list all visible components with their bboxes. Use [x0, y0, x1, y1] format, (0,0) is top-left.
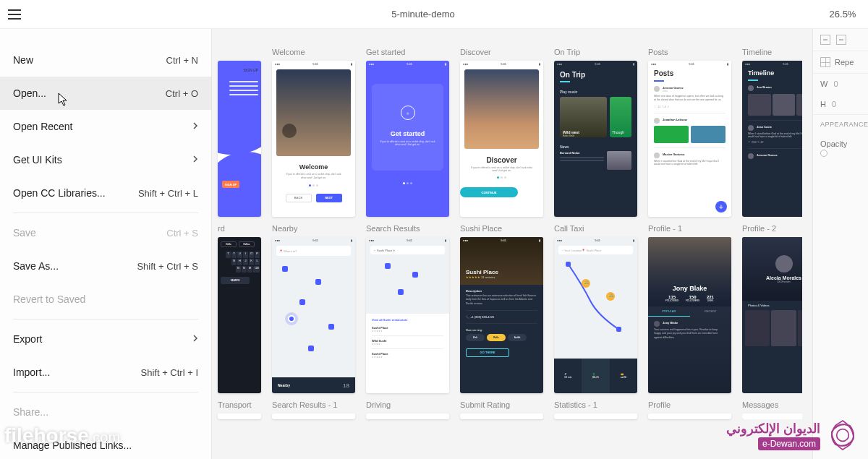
- menu-export[interactable]: Export: [0, 322, 211, 356]
- chevron-right-icon: [192, 154, 198, 166]
- artboard[interactable]: Discover ●●●9:41▮ Discover If you're off…: [460, 43, 543, 217]
- menu-get-ui-kits[interactable]: Get UI Kits: [0, 143, 211, 176]
- menu-save-as[interactable]: Save As... Shift + Ctrl + S: [0, 249, 211, 283]
- artboard-label: On Trip: [554, 48, 637, 58]
- artboard-label: Get started: [366, 48, 449, 58]
- width-field[interactable]: W 0: [813, 74, 868, 94]
- artboard[interactable]: SIGN UP SIGN UP: [218, 43, 261, 217]
- screen-get-started: ●●●9:41▮ ◎ Get started If you're offered…: [366, 61, 449, 217]
- topbar: 5-minute-demo 26.5%: [0, 0, 868, 29]
- document-title: 5-minute-demo: [29, 9, 817, 20]
- artboard-label: Driving: [366, 400, 449, 411]
- menu-label: Get UI Kits: [13, 154, 62, 166]
- height-field[interactable]: H 0: [813, 94, 868, 114]
- screen-posts: ●●●9:41▮ Posts Jerome Gomez2 hrs When on…: [648, 61, 731, 217]
- menu-save: Save Ctrl + S: [0, 216, 211, 249]
- menu-label: Save: [13, 227, 36, 239]
- align-middle-icon[interactable]: [836, 35, 846, 45]
- menu-label: Export: [13, 333, 42, 345]
- screen-on-trip: ●●●9:41▮ On Trip Play music Wild westRob…: [554, 61, 637, 217]
- artboard[interactable]: Get started ●●●9:41▮ ◎ Get started If yo…: [366, 43, 449, 217]
- artboard-label: Messages: [742, 400, 802, 411]
- artboard[interactable]: Sushi Place ●●●9:41▮ Sushi Place ★★★★★ 2…: [460, 220, 543, 393]
- menu-label: Share...: [13, 406, 48, 418]
- edewan-logo-icon: [825, 417, 861, 453]
- artboard[interactable]: Profile - 2 Alecia Morales CEO/Founder P…: [742, 220, 802, 393]
- artboard-label: [218, 48, 261, 58]
- artboard[interactable]: Welcome ●●●9:41▮ Welcome If you're offer…: [272, 43, 355, 217]
- menu-label: Import...: [13, 366, 50, 378]
- menu-shortcut: Shift + Ctrl + L: [138, 188, 198, 199]
- menu-new[interactable]: New Ctrl + N: [0, 43, 211, 77]
- screen-signup: SIGN UP SIGN UP: [218, 61, 261, 217]
- menu-open-cc-libraries[interactable]: Open CC Libraries... Shift + Ctrl + L: [0, 176, 211, 210]
- screen-timeline: ●●●9:41▮ Timeline Jon Brown Jean Casie W…: [742, 61, 802, 217]
- menu-label: Revert to Saved: [13, 293, 85, 305]
- repeat-grid-button[interactable]: Repe: [813, 51, 868, 73]
- artboard[interactable]: Posts ●●●9:41▮ Posts Jerome Gomez2 hrs W…: [648, 43, 731, 217]
- menu-import[interactable]: Import... Shift + Ctrl + I: [0, 356, 211, 389]
- align-tools[interactable]: [813, 29, 868, 51]
- artboard-label: Welcome: [272, 48, 355, 58]
- menu-label: Open Recent: [13, 121, 73, 132]
- artboard[interactable]: Profile - 1 Jony Blake 115FOLLOWING 150F…: [648, 220, 731, 393]
- screen-search-results: ●●●9:41▮ ← Sushi Place ✕ View all Sushi …: [366, 237, 449, 393]
- artboard-label: rd: [218, 224, 261, 234]
- w-value: 0: [833, 80, 838, 88]
- screen-keyboard: HelloHellos TYUIOP GHJKL BNM⌫ SEARCH: [218, 237, 261, 393]
- menu-shortcut: Ctrl + N: [166, 55, 198, 66]
- design-canvas[interactable]: SIGN UP SIGN UP Welcome ●●●9:41▮ Welcome…: [212, 29, 812, 459]
- zoom-level[interactable]: 26.5%: [817, 9, 868, 20]
- artboard-label: Sushi Place: [460, 224, 543, 234]
- repeat-grid-icon: [820, 57, 830, 67]
- menu-label: New: [13, 54, 33, 66]
- artboard-label: Search Results - 1: [272, 400, 355, 411]
- menu-label: Open...: [13, 87, 46, 99]
- artboard-label: Profile - 2: [742, 224, 802, 234]
- artboard-label: Submit Rating: [460, 400, 543, 411]
- artboard[interactable]: Call Taxi ●●●9:41▮ ← Your Location 📍 Sus…: [554, 220, 637, 393]
- screen-call-taxi: ●●●9:41▮ ← Your Location 📍 Sushi Place 🚕…: [554, 237, 637, 393]
- hamburger-menu-button[interactable]: [0, 9, 29, 20]
- menu-separator: [13, 319, 198, 319]
- appearance-section-label: APPEARANCE: [820, 121, 868, 128]
- artboard-label: Nearby: [272, 224, 355, 234]
- svg-point-1: [837, 429, 849, 442]
- artboard-label: Search Results: [366, 224, 449, 234]
- artboard[interactable]: Nearby ●●●9:41▮ 📍 Where to? Nearby 18: [272, 220, 355, 393]
- artboard-label: Transport: [218, 400, 261, 411]
- menu-shortcut: Shift + Ctrl + I: [141, 367, 198, 378]
- w-label: W: [820, 80, 827, 88]
- artboard-label: Profile - 1: [648, 224, 731, 234]
- artboard[interactable]: On Trip ●●●9:41▮ On Trip Play music Wild…: [554, 43, 637, 217]
- menu-label: Save As...: [13, 260, 59, 272]
- file-menu: New Ctrl + N Open... Ctrl + O Open Recen…: [0, 29, 212, 459]
- artboard-label: Timeline: [742, 48, 802, 58]
- artboard[interactable]: rd HelloHellos TYUIOP GHJKL BNM⌫ SEARCH: [218, 220, 261, 393]
- menu-shortcut: Ctrl + O: [166, 88, 198, 99]
- menu-open-recent[interactable]: Open Recent: [0, 110, 211, 143]
- menu-separator: [13, 213, 198, 213]
- opacity-label: Opacity: [820, 140, 847, 148]
- screen-profile-2: Alecia Morales CEO/Founder Photos & Vide…: [742, 237, 802, 393]
- screen-nearby: ●●●9:41▮ 📍 Where to? Nearby 18: [272, 237, 355, 393]
- artboard[interactable]: Search Results ●●●9:41▮ ← Sushi Place ✕ …: [366, 220, 449, 393]
- screen-discover: ●●●9:41▮ Discover If you're offered a se…: [460, 61, 543, 217]
- screen-welcome: ●●●9:41▮ Welcome If you're offered a sea…: [272, 61, 355, 217]
- align-top-icon[interactable]: [820, 35, 830, 45]
- menu-shortcut: Shift + Ctrl + S: [137, 261, 198, 272]
- watermark-edewan: الديوان الإلكتروني e-Dewan.com: [726, 417, 861, 453]
- artboard-label: Posts: [648, 48, 731, 58]
- artboard-label: Discover: [460, 48, 543, 58]
- menu-open[interactable]: Open... Ctrl + O: [0, 77, 211, 110]
- menu-revert: Revert to Saved: [0, 283, 211, 316]
- menu-label: Open CC Libraries...: [13, 187, 106, 199]
- menu-separator: [13, 392, 198, 392]
- screen-profile-1: Jony Blake 115FOLLOWING 150FOLLOWERS 221…: [648, 237, 731, 393]
- artboard[interactable]: Timeline ●●●9:41▮ Timeline Jon Brown Jea…: [742, 43, 802, 217]
- chevron-right-icon: [192, 333, 198, 345]
- h-value: 0: [832, 100, 836, 108]
- chevron-right-icon: [192, 121, 198, 132]
- artboard-label: Call Taxi: [554, 224, 637, 234]
- repeat-grid-label: Repe: [835, 58, 854, 67]
